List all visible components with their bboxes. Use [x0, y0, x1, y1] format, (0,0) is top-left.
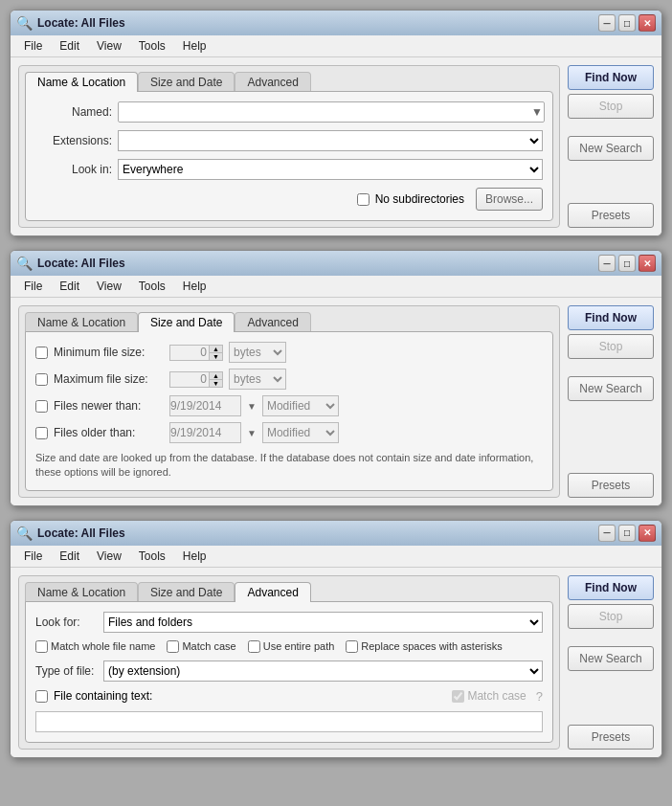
title-1: Locate: All Files — [37, 16, 125, 30]
window-3: 🔍 Locate: All Files ─ □ ✕ File Edit View… — [10, 520, 662, 758]
browse-button[interactable]: Browse... — [476, 188, 543, 211]
menu-view-2[interactable]: View — [89, 278, 129, 295]
newer-checkbox[interactable] — [35, 400, 48, 413]
close-button-1[interactable]: ✕ — [638, 14, 656, 32]
close-button-2[interactable]: ✕ — [638, 255, 656, 272]
checkbox-options-row: Match whole file name Match case Use ent… — [35, 640, 543, 653]
newer-type-select[interactable]: Modified — [262, 395, 339, 416]
menu-help-1[interactable]: Help — [175, 37, 214, 55]
containing-label: File containing text: — [54, 689, 152, 703]
menu-bar-3: File Edit View Tools Help — [11, 546, 661, 568]
min-size-checkbox[interactable] — [35, 347, 48, 359]
menu-help-3[interactable]: Help — [175, 548, 214, 565]
tab-content-2: Minimum file size: ▲ ▼ bytes Maximum f — [25, 331, 553, 491]
match-whole-checkbox[interactable] — [35, 640, 48, 653]
max-size-checkbox[interactable] — [35, 373, 48, 386]
presets-button-1[interactable]: Presets — [568, 203, 654, 228]
menu-file-3[interactable]: File — [16, 548, 50, 565]
nosub-row: No subdirectories Browse... — [35, 188, 543, 211]
presets-button-3[interactable]: Presets — [568, 725, 654, 750]
older-date-input[interactable] — [169, 422, 241, 443]
newer-cal-icon[interactable]: ▼ — [247, 401, 257, 412]
new-search-button-2[interactable]: New Search — [568, 376, 654, 401]
menu-view-3[interactable]: View — [89, 548, 129, 565]
menu-help-2[interactable]: Help — [175, 278, 214, 295]
menu-file-1[interactable]: File — [16, 37, 50, 55]
menu-view-1[interactable]: View — [89, 37, 129, 55]
minimize-button-1[interactable]: ─ — [598, 14, 616, 32]
tab-advanced-3[interactable]: Advanced — [235, 582, 310, 602]
match-case-opt: Match case — [167, 640, 235, 653]
menu-bar-2: File Edit View Tools Help — [11, 276, 661, 298]
title-bar-buttons-1: ─ □ ✕ — [598, 14, 656, 32]
content-area-1: Name & Location Size and Date Advanced N… — [11, 57, 661, 235]
close-button-3[interactable]: ✕ — [638, 525, 656, 542]
older-type-select[interactable]: Modified — [262, 422, 339, 443]
minimize-button-2[interactable]: ─ — [598, 255, 616, 272]
max-size-down[interactable]: ▼ — [209, 380, 222, 387]
tabs-1: Name & Location Size and Date Advanced — [25, 72, 553, 92]
extensions-row: Extensions: — [35, 130, 543, 151]
min-size-unit[interactable]: bytes — [229, 342, 286, 363]
type-of-file-select[interactable]: (by extension) — [103, 660, 543, 682]
max-size-row: Maximum file size: ▲ ▼ bytes — [35, 369, 543, 390]
maximize-button-3[interactable]: □ — [618, 525, 636, 542]
tab-size-date-1[interactable]: Size and Date — [138, 72, 235, 92]
no-subdirectories-checkbox[interactable] — [357, 193, 370, 206]
menu-edit-3[interactable]: Edit — [52, 548, 87, 565]
newer-row: Files newer than: ▼ Modified — [35, 395, 543, 416]
replace-spaces-opt: Replace spaces with asterisks — [346, 640, 502, 653]
title-bar-left-2: 🔍 Locate: All Files — [16, 256, 125, 271]
match-whole-opt: Match whole file name — [35, 640, 155, 653]
containing-text-input[interactable] — [35, 711, 543, 732]
title-3: Locate: All Files — [37, 526, 125, 540]
find-now-button-1[interactable]: Find Now — [568, 65, 654, 90]
new-search-button-1[interactable]: New Search — [568, 136, 654, 161]
tab-advanced-1[interactable]: Advanced — [235, 72, 310, 92]
maximize-button-1[interactable]: □ — [618, 14, 636, 32]
max-size-up[interactable]: ▲ — [209, 372, 222, 380]
title-2: Locate: All Files — [37, 257, 125, 270]
no-subdirectories-label: No subdirectories — [375, 192, 464, 206]
match-case-checkbox[interactable] — [167, 640, 179, 653]
title-bar-2: 🔍 Locate: All Files ─ □ ✕ — [11, 251, 661, 276]
tab-advanced-2[interactable]: Advanced — [235, 312, 310, 332]
tab-name-location-2[interactable]: Name & Location — [25, 312, 138, 332]
match-whole-label: Match whole file name — [51, 640, 155, 652]
find-now-button-3[interactable]: Find Now — [568, 575, 654, 600]
look-for-select[interactable]: Files and folders — [103, 612, 543, 633]
help-icon[interactable]: ? — [536, 689, 543, 704]
menu-tools-1[interactable]: Tools — [131, 37, 173, 55]
minimize-button-3[interactable]: ─ — [598, 525, 616, 542]
replace-spaces-checkbox[interactable] — [346, 640, 358, 653]
menu-tools-3[interactable]: Tools — [131, 548, 173, 565]
use-entire-checkbox[interactable] — [248, 640, 260, 653]
tab-size-date-3[interactable]: Size and Date — [138, 582, 235, 602]
max-size-unit[interactable]: bytes — [229, 369, 286, 390]
new-search-button-3[interactable]: New Search — [568, 646, 654, 671]
min-size-down[interactable]: ▼ — [209, 353, 222, 360]
older-checkbox[interactable] — [35, 427, 48, 439]
tab-size-date-2[interactable]: Size and Date — [138, 312, 235, 332]
min-size-up[interactable]: ▲ — [209, 346, 222, 353]
containing-checkbox[interactable] — [35, 690, 48, 703]
older-row: Files older than: ▼ Modified — [35, 422, 543, 443]
lookin-select[interactable]: Everywhere — [118, 159, 543, 180]
find-now-button-2[interactable]: Find Now — [568, 305, 654, 330]
tab-name-location-3[interactable]: Name & Location — [25, 582, 138, 602]
menu-edit-1[interactable]: Edit — [52, 37, 87, 55]
newer-date-input[interactable] — [169, 395, 241, 416]
menu-edit-2[interactable]: Edit — [52, 278, 87, 295]
tab-name-location-1[interactable]: Name & Location — [25, 72, 138, 92]
maximize-button-2[interactable]: □ — [618, 255, 636, 272]
min-size-input[interactable] — [170, 346, 209, 360]
newer-label: Files newer than: — [54, 399, 164, 413]
presets-button-2[interactable]: Presets — [568, 473, 654, 498]
max-size-input[interactable] — [170, 372, 209, 387]
older-cal-icon[interactable]: ▼ — [247, 428, 257, 438]
named-dropdown-icon[interactable]: ▼ — [531, 105, 543, 119]
extensions-select[interactable] — [118, 130, 543, 151]
menu-tools-2[interactable]: Tools — [131, 278, 173, 295]
named-input[interactable] — [118, 101, 545, 123]
menu-file-2[interactable]: File — [16, 278, 50, 295]
